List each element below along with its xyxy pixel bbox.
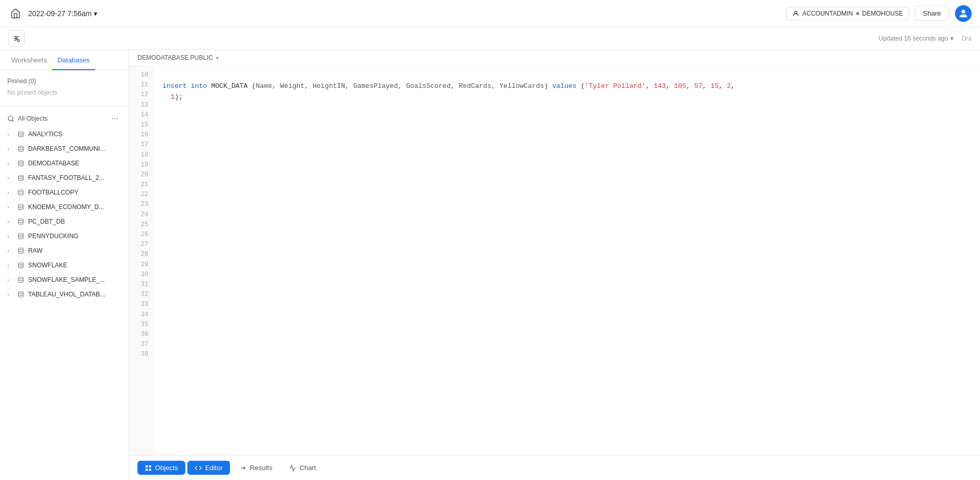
filter-button[interactable] — [8, 30, 25, 47]
dot-separator — [856, 12, 859, 15]
database-item[interactable]: › SNOWFLAKE_SAMPLE_... — [0, 273, 129, 287]
db-icon — [17, 188, 25, 197]
editor-area: DEMODATABASE.PUBLIC ▾ 101112131415161718… — [129, 50, 980, 480]
timestamp-label: 2022-09-27 7:56am — [28, 9, 92, 18]
top-header: 2022-09-27 7:56am ▾ ACCOUNTADMIN DEMOHOU… — [0, 0, 980, 27]
user-icon — [792, 10, 799, 17]
database-item[interactable]: › FOOTBALLCOPY — [0, 185, 129, 200]
database-item[interactable]: › TABLEAU_VHOL_DATAB... — [0, 287, 129, 302]
db-chevron-icon: › — [7, 132, 14, 137]
db-name: SNOWFLAKE — [28, 262, 67, 269]
db-name: RAW — [28, 247, 43, 254]
tab-editor[interactable]: Editor — [187, 461, 230, 475]
account-badge[interactable]: ACCOUNTADMIN DEMOHOUSE — [786, 7, 909, 20]
no-pinned-text: No pinned objects — [7, 87, 121, 98]
database-item[interactable]: › KNOEMA_ECONOMY_D... — [0, 200, 129, 214]
svg-rect-22 — [146, 469, 148, 471]
updated-chevron: ▾ — [950, 35, 953, 42]
code-line-11: insert into MOCK_DATA (Name, Weight, Hei… — [162, 81, 972, 92]
db-name: FOOTBALLCOPY — [28, 189, 79, 196]
db-icon — [17, 203, 25, 211]
database-item[interactable]: › PC_DBT_DB — [0, 214, 129, 229]
database-item[interactable]: › DEMODATABASE — [0, 156, 129, 171]
pinned-title: Pinned (0) — [7, 77, 121, 85]
timestamp-selector[interactable]: 2022-09-27 7:56am ▾ — [28, 9, 97, 18]
sidebar-tabs: Worksheets Databases — [0, 50, 129, 70]
db-chevron-icon: › — [7, 161, 14, 166]
svg-point-4 — [17, 40, 19, 42]
draft-label: Dra — [962, 35, 972, 42]
db-name: ANALYTICS — [28, 131, 62, 138]
account-label: ACCOUNTADMIN — [803, 10, 853, 17]
svg-point-12 — [18, 190, 23, 192]
svg-point-8 — [18, 132, 23, 134]
tab-databases[interactable]: Databases — [52, 50, 95, 70]
sidebar-body: Pinned (0) No pinned objects All Objects… — [0, 70, 129, 480]
db-icon — [17, 145, 25, 153]
tab-objects[interactable]: Objects — [137, 461, 185, 475]
db-icon — [17, 130, 25, 138]
db-name: DARKBEAST_COMMUNI... — [28, 145, 105, 152]
db-icon — [17, 232, 25, 240]
tab-chart-label: Chart — [299, 464, 316, 472]
more-options-button[interactable]: ··· — [109, 112, 121, 125]
bottom-tab-bar: Objects Editor Results Ch — [129, 455, 980, 480]
all-objects-header: All Objects ··· — [0, 110, 129, 127]
tab-chart[interactable]: Chart — [282, 461, 323, 475]
tab-results-label: Results — [250, 464, 272, 472]
updated-text: Updated 16 seconds ago ▾ — [879, 35, 953, 42]
home-icon[interactable] — [8, 6, 23, 21]
database-item[interactable]: › SNOWFLAKE — [0, 258, 129, 273]
db-name: FANTASY_FOOTBALL_2... — [28, 174, 105, 181]
svg-point-11 — [18, 175, 23, 177]
svg-point-19 — [18, 292, 23, 294]
database-item[interactable]: › DARKBEAST_COMMUNI... — [0, 141, 129, 156]
db-chevron-icon: › — [7, 248, 14, 254]
svg-point-18 — [18, 277, 23, 279]
db-name: DEMODATABASE — [28, 160, 79, 167]
db-icon — [17, 247, 25, 255]
database-item[interactable]: › PENNYDUCKING — [0, 229, 129, 243]
all-objects-toggle[interactable]: All Objects — [7, 115, 47, 122]
share-button[interactable]: Share — [915, 6, 949, 21]
db-chevron-icon: › — [7, 263, 14, 268]
db-chevron-icon: › — [7, 204, 14, 210]
code-area[interactable]: insert into MOCK_DATA (Name, Weight, Hei… — [154, 66, 980, 455]
tab-results[interactable]: Results — [232, 461, 279, 475]
top-header-left: 2022-09-27 7:56am ▾ — [8, 6, 97, 21]
db-chevron-icon: › — [7, 175, 14, 181]
svg-point-9 — [18, 146, 23, 148]
svg-rect-23 — [149, 469, 151, 471]
avatar[interactable] — [955, 5, 972, 22]
db-chevron-icon: › — [7, 233, 14, 239]
top-header-right: ACCOUNTADMIN DEMOHOUSE Share — [786, 5, 972, 22]
database-item[interactable]: › FANTASY_FOOTBALL_2... — [0, 171, 129, 185]
db-name: KNOEMA_ECONOMY_D... — [28, 203, 104, 211]
code-line-blank1 — [162, 70, 972, 81]
main-content: Worksheets Databases Pinned (0) No pinne… — [0, 50, 980, 480]
path-chevron[interactable]: ▾ — [216, 55, 219, 61]
db-chevron-icon: › — [7, 219, 14, 225]
svg-point-10 — [18, 161, 23, 163]
db-icon — [17, 261, 25, 269]
database-item[interactable]: › ANALYTICS — [0, 127, 129, 141]
chart-icon — [289, 464, 296, 472]
tab-worksheets[interactable]: Worksheets — [6, 50, 52, 70]
pinned-section: Pinned (0) No pinned objects — [0, 74, 129, 101]
db-chevron-icon: › — [7, 292, 14, 297]
db-icon — [17, 159, 25, 167]
database-item[interactable]: › RAW — [0, 243, 129, 258]
sidebar: Worksheets Databases Pinned (0) No pinne… — [0, 50, 129, 480]
filter-icon — [12, 34, 21, 43]
db-name: PENNYDUCKING — [28, 232, 79, 240]
results-icon — [239, 464, 247, 472]
svg-line-7 — [12, 120, 14, 122]
timestamp-chevron: ▾ — [94, 9, 97, 18]
db-chevron-icon: › — [7, 277, 14, 283]
svg-point-0 — [794, 11, 797, 14]
db-name: PC_DBT_DB — [28, 218, 65, 225]
editor-container[interactable]: 1011121314151617181920212223242526272829… — [129, 66, 980, 455]
db-name: SNOWFLAKE_SAMPLE_... — [28, 276, 105, 283]
tab-objects-label: Objects — [155, 464, 178, 472]
all-objects-label: All Objects — [18, 115, 47, 122]
